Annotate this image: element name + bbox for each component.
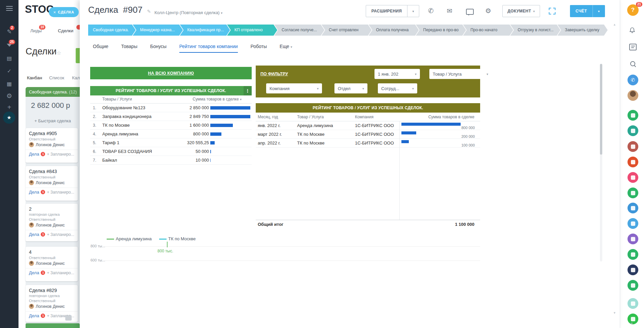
rail-app-icon[interactable] [628, 141, 638, 152]
todo-link[interactable]: Дела [29, 313, 39, 318]
tab-bonuses[interactable]: Бонусы [150, 44, 167, 52]
scroll-handle[interactable] [65, 315, 72, 321]
rail-app-icon[interactable] [628, 249, 638, 260]
column-header-sum[interactable]: Сумма товаров в сделке ▾ [193, 97, 242, 101]
bell-icon[interactable] [629, 27, 636, 35]
rail-app-icon[interactable] [628, 298, 638, 309]
plan-link[interactable]: + Запланиро... [47, 152, 74, 157]
report-menu-icon[interactable]: ⋮ [244, 86, 252, 95]
todo-link[interactable]: Дела [29, 232, 39, 237]
grid-icon[interactable]: ▦ [0, 81, 19, 87]
check-circle-icon[interactable]: ✓ [0, 68, 19, 74]
filter-label[interactable]: ПО ФИЛЬТРУ [260, 72, 288, 76]
rail-app-icon[interactable] [628, 234, 638, 244]
todo-link[interactable]: Дела [29, 190, 39, 195]
slider-close-button[interactable]: × СДЕЛКА [49, 7, 79, 17]
stage[interactable]: Про-во начато [463, 25, 513, 36]
plan-link[interactable]: + Запланиро... [47, 232, 74, 237]
deal-card[interactable]: Сделка #905 Ответственный Логинов Денис … [26, 128, 78, 163]
deal-card-title[interactable]: Сделка #905 [29, 131, 74, 136]
deal-card-title[interactable]: Сделка #843 [29, 169, 74, 174]
extensions-button[interactable]: РАСШИРЕНИЯ ▾ [366, 5, 419, 17]
stage[interactable]: Оплата получена [369, 25, 419, 36]
deal-card-title[interactable]: 2 [29, 206, 74, 212]
product-filter-dropdown[interactable]: Товар / Услуга▾ [429, 69, 492, 79]
add-deal-button-clipped[interactable] [76, 48, 80, 63]
tab-products[interactable]: Товары [121, 44, 137, 52]
stage[interactable]: Счет отправлен [321, 25, 371, 36]
stage[interactable]: Квалификация пр... [180, 25, 230, 36]
rail-app-icon[interactable] [628, 280, 638, 291]
document-button[interactable]: ДОКУМЕНТ▾ [502, 5, 540, 17]
view-tab-calendar[interactable]: Кал... [72, 75, 80, 80]
rail-app-icon[interactable] [628, 314, 638, 324]
responsible-name[interactable]: Логинов Денис [36, 223, 65, 228]
user-avatar[interactable] [628, 90, 638, 101]
rail-app-icon[interactable] [628, 264, 638, 275]
tab-robots[interactable]: Роботы [251, 44, 267, 52]
deal-card[interactable]: 4 Ответственный Логинов Денис Дела1+ Зап… [26, 247, 78, 281]
stage[interactable]: Согласие получе... [274, 25, 324, 36]
phone-icon-button[interactable]: ✆ [428, 7, 434, 14]
employee-filter-dropdown[interactable]: Сотруд...▾ [378, 83, 417, 93]
rail-app-icon[interactable] [628, 110, 638, 121]
fullscreen-icon-button[interactable] [548, 7, 556, 16]
todo-link[interactable]: Дела [29, 270, 39, 275]
company-filter-dropdown[interactable]: Компания▾ [266, 83, 322, 93]
kanban-column-header[interactable]: Свободная сделка. (12) [26, 87, 80, 97]
gear-icon[interactable]: ⚙ [0, 92, 19, 100]
gear-icon-button[interactable]: ⚙ [485, 7, 491, 14]
whole-company-button[interactable]: НА ВСЮ КОМПАНИЮ [90, 67, 252, 79]
edit-icon[interactable]: ✎ [0, 28, 19, 35]
nav-deals[interactable]: Сделки [58, 28, 73, 33]
scroll-up-arrow[interactable]: ▲ [613, 23, 616, 26]
tab-company-product-rating[interactable]: Рейтинг товаров компании [179, 44, 238, 53]
rail-app-icon[interactable] [628, 188, 638, 198]
report-scrollbar-thumb[interactable] [600, 64, 602, 155]
stage[interactable]: Свободная сделка. [88, 25, 136, 36]
funnel-icon[interactable] [0, 44, 19, 47]
tray-icon[interactable]: ▤ [0, 55, 19, 62]
search-icon[interactable] [630, 61, 635, 66]
stage[interactable]: Завершить сделку [558, 25, 608, 36]
view-tab-kanban[interactable]: Канбан [27, 75, 42, 80]
deal-card[interactable]: 2 повторная сделка Ответственный Логинов… [26, 204, 78, 241]
pipeline-selector[interactable]: Колл-Центр (Повторная сделка) ▾ [154, 10, 222, 15]
responsible-name[interactable]: Логинов Денис [36, 142, 65, 147]
deal-card-title[interactable]: Сделка #829 [29, 288, 74, 293]
department-filter-dropdown[interactable]: Отдел▾ [334, 83, 367, 93]
plan-link[interactable]: + Запланиро... [47, 271, 74, 275]
favorite-star-icon[interactable]: ☆ [57, 50, 61, 56]
view-tab-list[interactable]: Список [49, 75, 64, 80]
date-filter-dropdown[interactable]: 1 янв. 202▾ [374, 69, 420, 79]
scroll-down-arrow[interactable]: ▼ [613, 311, 616, 315]
quick-deal-button[interactable]: + Быстрая сделка [26, 118, 80, 123]
mail-icon-button[interactable]: ✉ [447, 8, 452, 14]
stage[interactable]: Отгрузку в логист... [510, 25, 560, 36]
tab-general[interactable]: Общие [93, 44, 108, 52]
rail-app-icon[interactable] [628, 125, 638, 136]
invoice-button[interactable]: СЧЁТ [570, 5, 593, 17]
plan-link[interactable]: + Запланиро... [47, 190, 74, 195]
telephony-icon-button[interactable]: ✆ [628, 75, 638, 85]
responsible-name[interactable]: Логинов Денис [36, 261, 65, 266]
tab-more[interactable]: Еще ▾ [280, 44, 292, 52]
edit-title-icon[interactable]: ✎ [147, 9, 151, 14]
notes-icon[interactable] [629, 44, 637, 50]
chevron-down-icon[interactable]: ▾ [407, 5, 419, 17]
rail-scroll-chevron[interactable]: ▾ [631, 321, 633, 326]
stage[interactable]: Менеджер назна... [133, 25, 183, 36]
favorites-star-button[interactable]: ★ [3, 112, 15, 124]
invoice-split-caret[interactable]: ▾ [593, 5, 605, 17]
todo-link[interactable]: Дела [29, 152, 39, 157]
rail-app-icon[interactable] [628, 157, 638, 167]
stage[interactable]: КП отправлено [227, 25, 277, 36]
stage[interactable]: Передано в про-во [416, 25, 466, 36]
plus-icon[interactable]: + [0, 104, 19, 111]
rail-app-icon[interactable] [628, 203, 638, 213]
responsible-name[interactable]: Логинов Денис [36, 180, 65, 185]
responsible-name[interactable]: Логинов Денис [36, 304, 65, 309]
deal-card[interactable]: Сделка #843 Ответственный Логинов Денис … [26, 166, 78, 201]
rail-app-icon[interactable] [628, 218, 638, 229]
deal-card-title[interactable]: 4 [29, 249, 74, 255]
